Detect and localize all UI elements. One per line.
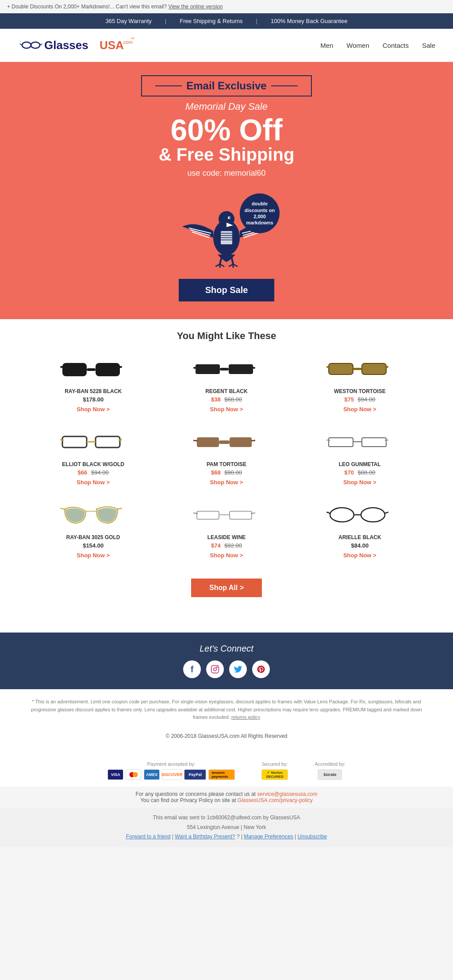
svg-rect-56 bbox=[230, 437, 252, 447]
price-sale: $68 bbox=[211, 469, 221, 476]
svg-rect-55 bbox=[197, 437, 219, 447]
nav-men[interactable]: Men bbox=[320, 42, 333, 49]
svg-point-73 bbox=[330, 508, 354, 522]
product-name: RAY-BAN 5228 BLACK bbox=[58, 388, 129, 394]
glasses-img-3 bbox=[326, 356, 388, 381]
unsubscribe-link[interactable]: Unsubscribe bbox=[298, 833, 327, 840]
list-item: ELLIOT BLACK W/GOLD $66 $94.00 Shop Now … bbox=[58, 426, 129, 486]
product-prices: $38 $68.00 bbox=[191, 396, 262, 403]
twitter-icon[interactable] bbox=[229, 660, 247, 678]
guarantees-bar: 365 Day Warranty | Free Shipping & Retur… bbox=[0, 13, 453, 29]
shop-sale-button[interactable]: Shop Sale bbox=[179, 279, 275, 301]
discover-icon: DISCOVER bbox=[162, 769, 182, 780]
pinterest-icon[interactable] bbox=[252, 660, 270, 678]
price-original: $68.00 bbox=[224, 396, 242, 403]
shop-now-link[interactable]: Shop Now > bbox=[77, 552, 110, 559]
svg-text:Glasses: Glasses bbox=[44, 39, 88, 52]
glasses-img-6 bbox=[326, 429, 388, 454]
secured-label: Secured by: bbox=[262, 761, 288, 767]
list-item: LEO GUNMETAL $70 $88.00 Shop Now > bbox=[324, 426, 395, 486]
svg-rect-50 bbox=[62, 436, 87, 448]
price-sale: $75 bbox=[344, 396, 354, 403]
svg-point-74 bbox=[361, 508, 385, 522]
view-online-link[interactable]: View the online version bbox=[168, 4, 223, 10]
svg-line-76 bbox=[326, 512, 330, 513]
svg-line-59 bbox=[251, 440, 255, 441]
price-original: $88.00 bbox=[358, 469, 376, 476]
svg-line-77 bbox=[384, 512, 388, 513]
logo[interactable]: Glasses USA .com ™ bbox=[18, 34, 137, 56]
instagram-icon[interactable] bbox=[206, 660, 224, 678]
shop-now-link[interactable]: Shop Now > bbox=[343, 552, 376, 559]
product-image-1 bbox=[58, 353, 124, 384]
svg-rect-48 bbox=[326, 366, 330, 368]
product-prices: $68 $98.00 bbox=[191, 469, 262, 476]
connect-section: Let's Connect f bbox=[0, 633, 453, 689]
eagle-container: double discounts on 2,000 markdowns bbox=[178, 189, 275, 270]
price-full: $154.00 bbox=[83, 542, 104, 549]
sep-2: | bbox=[256, 18, 257, 24]
norton-icon: ✓ NortonSECURED bbox=[261, 769, 288, 780]
list-item: RAY-BAN 3025 GOLD $154.00 Shop Now > bbox=[58, 499, 129, 559]
accredited-by: Accredited by: bizrate bbox=[315, 761, 346, 780]
product-name: LEASIDE WINE bbox=[191, 534, 262, 540]
shop-now-link[interactable]: Shop Now > bbox=[77, 406, 110, 413]
svg-point-13 bbox=[229, 217, 230, 219]
product-image-7 bbox=[58, 499, 124, 530]
payment-icons: VISA AMEX DISCOVER PayPal amazon payment… bbox=[107, 769, 235, 780]
privacy-link[interactable]: GlassesUSA.com/privacy-policy bbox=[238, 797, 313, 803]
memorial-day-text: Memorial Day Sale bbox=[9, 101, 444, 112]
list-item: LEASIDE WINE $74 $92.00 Shop Now > bbox=[191, 499, 262, 559]
facebook-icon[interactable]: f bbox=[183, 660, 201, 678]
shop-all-button[interactable]: Shop All > bbox=[191, 579, 262, 597]
svg-rect-37 bbox=[119, 366, 122, 368]
shop-now-link[interactable]: Shop Now > bbox=[77, 479, 110, 486]
shop-now-link[interactable]: Shop Now > bbox=[210, 406, 243, 413]
list-item: WESTON TORTOISE $75 $94.00 Shop Now > bbox=[324, 353, 395, 413]
list-item: PAM TORTOISE $68 $98.00 Shop Now > bbox=[191, 426, 262, 486]
product-image-5 bbox=[191, 426, 257, 457]
shop-now-link[interactable]: Shop Now > bbox=[343, 479, 376, 486]
nav-sale[interactable]: Sale bbox=[422, 42, 435, 49]
shop-now-link[interactable]: Shop Now > bbox=[343, 406, 376, 413]
product-image-4 bbox=[58, 426, 124, 457]
product-prices: $70 $88.00 bbox=[324, 469, 395, 476]
logo-svg: Glasses USA .com ™ bbox=[18, 34, 137, 56]
sep-1: | bbox=[165, 18, 166, 24]
shop-now-link[interactable]: Shop Now > bbox=[210, 479, 243, 486]
svg-line-3 bbox=[20, 44, 22, 45]
svg-rect-51 bbox=[96, 436, 120, 448]
price-original: $94.00 bbox=[91, 469, 109, 476]
copyright-text: © 2006-2018 GlassesUSA.com All Rights Re… bbox=[27, 727, 426, 746]
birthday-link[interactable]: Want a Birthday Present? bbox=[175, 833, 235, 840]
svg-text:™: ™ bbox=[131, 37, 134, 41]
price-full: $84.00 bbox=[351, 542, 369, 549]
returns-policy-link[interactable]: returns policy bbox=[231, 714, 260, 720]
svg-line-63 bbox=[326, 440, 330, 440]
footer-sent: This email was sent to 1cb60062@uifeed.c… bbox=[0, 808, 453, 847]
svg-rect-39 bbox=[229, 364, 253, 374]
svg-rect-47 bbox=[353, 368, 362, 370]
svg-line-58 bbox=[193, 440, 198, 441]
nav-contacts[interactable]: Contacts bbox=[383, 42, 409, 49]
nav-women[interactable]: Women bbox=[346, 42, 369, 49]
price-sale: $66 bbox=[78, 469, 88, 476]
legal-text: * This is an advertisement. Limit one co… bbox=[27, 698, 426, 721]
product-name: WESTON TORTOISE bbox=[324, 388, 395, 394]
product-name: PAM TORTOISE bbox=[191, 461, 262, 467]
header: Glasses USA .com ™ Men Women Contacts Sa… bbox=[0, 29, 453, 62]
preferences-link[interactable]: Manage Preferences bbox=[244, 833, 293, 840]
product-prices: $66 $94.00 bbox=[58, 469, 129, 476]
email-exclusive-label: Email Exclusive bbox=[186, 80, 266, 92]
svg-rect-68 bbox=[197, 511, 219, 519]
svg-rect-60 bbox=[329, 438, 353, 447]
shop-now-link[interactable]: Shop Now > bbox=[210, 552, 243, 559]
payment-section: Payment accepted by: VISA AMEX DISCOVER … bbox=[0, 755, 453, 787]
list-item: RAY-BAN 5228 BLACK $178.00 Shop Now > bbox=[58, 353, 129, 413]
products-row-3: RAY-BAN 3025 GOLD $154.00 Shop Now > bbox=[27, 499, 426, 559]
forward-link[interactable]: Forward to a friend bbox=[126, 833, 171, 840]
price-sale: $74 bbox=[211, 542, 221, 549]
contact-email-link[interactable]: service@glassesusa.com bbox=[257, 791, 317, 797]
svg-rect-49 bbox=[385, 366, 388, 368]
svg-rect-44 bbox=[362, 363, 386, 374]
